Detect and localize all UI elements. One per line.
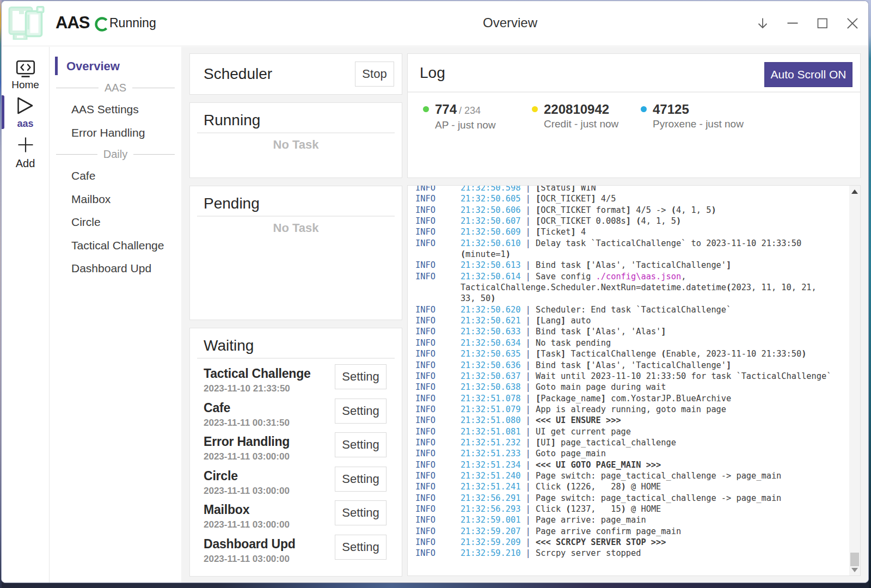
sidebar-item-overview[interactable]: Overview <box>50 54 181 78</box>
task-setting-button[interactable]: Setting <box>335 500 387 525</box>
waiting-task-row: Dashboard Upd2023-11-11 03:00:00Setting <box>190 530 402 565</box>
sidebar-item-tactical-challenge[interactable]: Tactical Challenge <box>50 234 181 258</box>
plus-icon <box>17 137 34 153</box>
sidebar-item-circle[interactable]: Circle <box>50 211 181 234</box>
log-line: INFO 21:32:50.607 | [OCR_TICKET 0.008s] … <box>415 216 836 226</box>
log-line: INFO 21:32:50.638 | Goto main page durin… <box>415 382 836 393</box>
rail-item-home[interactable]: Home <box>2 60 49 91</box>
log-line: INFO 21:32:59.209 | <<< SCRCPY SERVER ST… <box>415 537 836 548</box>
divider-line <box>56 88 99 88</box>
scheduler-card: Scheduler Stop <box>189 53 402 95</box>
sidebar-item-cafe[interactable]: Cafe <box>50 164 181 188</box>
running-card: Running No Task <box>189 102 402 178</box>
stat-label: AP - just now <box>435 119 532 132</box>
rail-item-add[interactable]: Add <box>2 137 49 170</box>
sidebar-item-dashboard-upd[interactable]: Dashboard Upd <box>50 257 181 280</box>
log-scrollbar[interactable] <box>849 186 860 575</box>
log-line: INFO 21:32:51.234 | <<< UI GOTO PAGE_MAI… <box>415 460 836 470</box>
waiting-task-row: Mailbox2023-11-11 03:00:00Setting <box>190 496 402 530</box>
divider <box>197 132 395 133</box>
stat-value: 220810942 <box>544 102 641 117</box>
stat-ap: 774/ 234AP - just now <box>423 102 532 132</box>
task-setting-button[interactable]: Setting <box>335 432 387 457</box>
window-controls <box>747 1 867 46</box>
task-setting-button[interactable]: Setting <box>335 535 387 560</box>
log-line: INFO 21:32:51.080 | <<< UI ENSURE >>> <box>415 415 836 426</box>
sidebar-nav: OverviewAASAAS SettingsError HandlingDai… <box>50 47 181 583</box>
waiting-task-list: Tactical Challenge2023-11-10 21:33:50Set… <box>190 360 402 564</box>
log-line-continuation: (minute=1) <box>415 249 836 260</box>
log-line: INFO 21:32:50.621 | [Lang] auto <box>415 315 836 326</box>
sidebar-item-mailbox[interactable]: Mailbox <box>50 188 181 211</box>
sidebar-group-divider: Daily <box>50 144 181 164</box>
stat-credit: 220810942Credit - just now <box>532 102 641 132</box>
divider-line <box>133 154 175 155</box>
maximize-button[interactable] <box>807 7 837 40</box>
log-line-continuation: 33, 50) <box>415 293 836 304</box>
log-line: INFO 21:32:59.210 | Scrcpy server stoppe… <box>415 548 836 559</box>
log-line: INFO 21:32:51.233 | Goto page_main <box>415 448 836 459</box>
log-line: INFO 21:32:59.207 | Page arrive confirm … <box>415 526 836 537</box>
waiting-title: Waiting <box>197 336 395 355</box>
app-window: AAS Running Overview <box>1 1 869 583</box>
sidebar-item-aas-settings[interactable]: AAS Settings <box>50 98 181 121</box>
log-line: INFO 21:32:56.293 | Click (1237, 15) @ H… <box>415 504 836 514</box>
scheduler-title: Scheduler <box>204 65 355 83</box>
titlebar: AAS Running Overview <box>2 1 868 46</box>
minimize-button[interactable] <box>777 7 807 40</box>
log-line: INFO 21:32:50.637 | Wait until 2023-11-1… <box>415 371 836 382</box>
waiting-task-row: Cafe2023-11-11 00:31:50Setting <box>190 394 402 428</box>
pending-empty-label: No Task <box>190 222 402 234</box>
close-button[interactable] <box>837 7 867 40</box>
log-card: Log Auto Scroll ON 774/ 234AP - just now… <box>407 53 861 178</box>
icon-rail: Home aas Add <box>2 47 50 583</box>
stat-extra: / 234 <box>459 105 481 116</box>
main-content: Scheduler Stop Running No Task Pending N… <box>181 47 868 583</box>
app-logo-icon <box>7 5 45 40</box>
waiting-task-row: Tactical Challenge2023-11-10 21:33:50Set… <box>190 360 402 394</box>
log-line: INFO 21:32:50.636 | Bind task ['Alas', '… <box>415 360 836 371</box>
stat-value: 47125 <box>653 102 750 117</box>
stop-button[interactable]: Stop <box>355 62 394 87</box>
log-line: INFO 21:32:50.613 | Bind task ['Alas', '… <box>415 260 836 271</box>
stat-dot-icon <box>423 106 429 112</box>
log-line: INFO 21:32:50.605 | [OCR_TICKET] 4/5 <box>415 193 836 204</box>
window-title: Overview <box>483 15 537 30</box>
rail-item-aas[interactable]: aas <box>2 95 49 130</box>
scroll-up-icon <box>851 189 858 194</box>
scroll-down-button[interactable] <box>849 565 860 575</box>
play-icon <box>16 95 34 116</box>
log-line: INFO 21:32:51.241 | Click (1226, 28) @ H… <box>415 481 836 492</box>
stat-pyroxene: 47125Pyroxene - just now <box>641 102 750 132</box>
app-name: AAS <box>56 13 89 33</box>
stat-dot-icon <box>641 106 647 112</box>
task-setting-button[interactable]: Setting <box>335 467 387 492</box>
divider-line <box>132 88 175 88</box>
sidebar-group-label: Daily <box>103 148 127 161</box>
log-line: INFO 21:32:51.232 | [UI] page_tactical_c… <box>415 437 836 448</box>
log-line: INFO 21:32:50.620 | Scheduler: End task … <box>415 304 836 315</box>
log-line: INFO 21:32:59.001 | Page arrive: page_ma… <box>415 514 836 525</box>
scroll-down-icon <box>851 568 858 572</box>
auto-scroll-button[interactable]: Auto Scroll ON <box>764 62 852 87</box>
dashboard-stats: 774/ 234AP - just now220810942Credit - j… <box>408 102 860 132</box>
log-line: INFO 21:32:51.078 | [Package_name] com.Y… <box>415 393 836 404</box>
home-code-monitor-icon <box>16 60 35 78</box>
scroll-up-button[interactable] <box>849 186 860 197</box>
running-empty-label: No Task <box>190 139 402 151</box>
waiting-task-row: Error Handling2023-11-11 03:00:00Setting <box>190 428 402 462</box>
log-lines: INFO 21:32:50.598 | [Status] WININFO 21:… <box>415 185 836 559</box>
divider <box>197 216 395 217</box>
waiting-task-row: Circle2023-11-11 03:00:00Setting <box>190 462 402 497</box>
log-line: INFO 21:32:50.633 | Bind task ['Alas', '… <box>415 326 836 337</box>
task-setting-button[interactable]: Setting <box>335 364 387 389</box>
log-line: INFO 21:32:50.606 | [OCR_TICKET format] … <box>415 205 836 216</box>
running-title: Running <box>197 111 395 130</box>
log-line: INFO 21:32:50.635 | [Task] TacticalChall… <box>415 348 836 359</box>
sidebar-item-error-handling[interactable]: Error Handling <box>50 121 181 145</box>
desktop-background-right <box>869 0 871 588</box>
stat-label: Credit - just now <box>544 118 641 131</box>
download-arrow-button[interactable] <box>747 7 777 40</box>
task-setting-button[interactable]: Setting <box>335 399 387 424</box>
log-line: INFO 21:32:50.634 | No task pending <box>415 338 836 348</box>
